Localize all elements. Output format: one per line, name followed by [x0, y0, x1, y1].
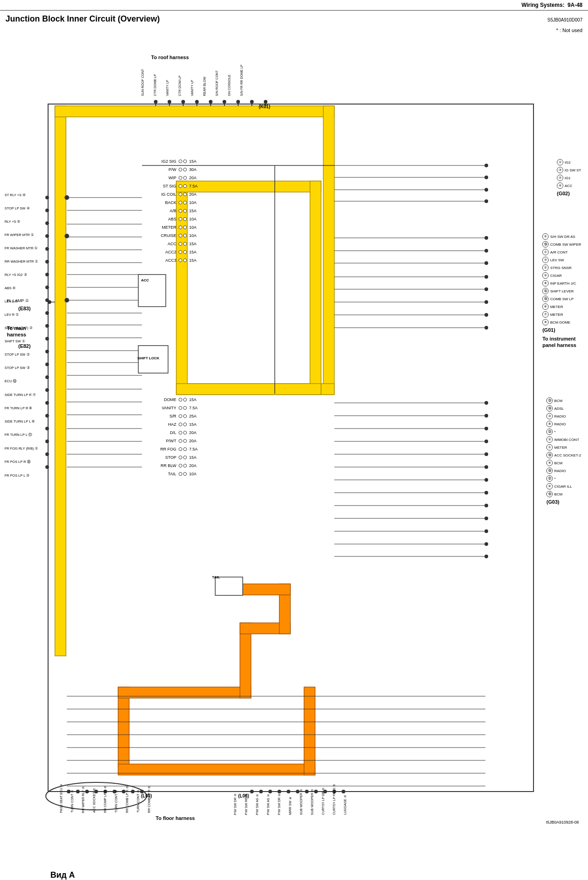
svg-point-149	[45, 273, 49, 276]
g03-item-5: ⑬ *	[546, 429, 581, 435]
svg-point-89	[195, 100, 199, 104]
g01-item-1: ④ S/H SW DR AS	[542, 233, 581, 240]
g03-item-6: ② IMMOBI CONT	[546, 436, 581, 443]
g03-item-3: ③ RADIO	[546, 413, 581, 419]
fuse-pwt: P/WT 20A	[147, 439, 198, 443]
b-pin-2: TURN CONT ③	[71, 789, 74, 813]
svg-point-129	[485, 326, 488, 330]
g03-item-7: ① METER	[546, 444, 581, 451]
g03-item-4: ⑧ RADIO	[546, 421, 581, 427]
g01-item-8: ⑮ SHIFT LEVER	[542, 288, 581, 294]
l06-pin-2: P/W SW RR ②	[245, 793, 248, 815]
top-pin-2: CTR DOME LP	[153, 65, 157, 96]
g02-item-4: ④ ACC	[557, 182, 581, 189]
g01-item-7: ⑧ INP EARTH J/C	[542, 280, 581, 286]
l06-pin-4: P/W SW AS ②	[267, 793, 270, 815]
svg-point-143	[45, 196, 49, 199]
svg-rect-3	[323, 106, 334, 395]
svg-point-142	[485, 555, 488, 558]
pin-rr-washer: RR WASHER MTR ①	[5, 259, 38, 264]
g03-item-10: ⑲ RADIO	[546, 468, 581, 474]
fuse-dome: DOME 15A	[147, 397, 198, 402]
pin-ecu: ECU ⑬	[5, 379, 38, 384]
svg-rect-15	[118, 764, 315, 775]
l06-pin-3: P/W SW AS ②	[256, 793, 259, 815]
svg-point-153	[45, 324, 49, 328]
svg-point-134	[485, 452, 488, 456]
fuse-sr: S/R 25A	[147, 414, 198, 418]
g01-item-4: ③ LEV SW	[542, 257, 581, 263]
pin-abs: ABS ④	[5, 286, 38, 290]
b-pin-8: TURN CONT ③	[136, 789, 140, 813]
pin-fr-turn-r: FR TURN LP R ⑧	[5, 406, 38, 410]
pin-lev-l: LEV L ①	[5, 299, 38, 303]
page-header: Wiring Systems: 9A-48	[0, 0, 588, 11]
svg-point-132	[485, 427, 488, 430]
svg-point-95	[48, 300, 51, 304]
svg-rect-12	[240, 623, 290, 634]
svg-point-93	[250, 100, 254, 104]
svg-rect-4	[179, 384, 334, 395]
pin-fr-washer: FR WASHER MTR ①	[5, 246, 38, 250]
doc-id: S5JB0A910D007	[547, 17, 583, 22]
pin-lev-r: LEV R ①	[5, 313, 38, 317]
g02-label: (G02)	[557, 191, 581, 196]
svg-point-140	[485, 529, 488, 533]
top-pin-5: VANITY LP	[191, 65, 194, 96]
svg-point-148	[45, 260, 49, 264]
g01-item-12: ⑨ BCM DOME	[542, 319, 581, 325]
l06-pin-11: LUGGAGE ③	[343, 794, 347, 815]
g01-item-9: ⑲ COMB SW LP	[542, 296, 581, 302]
fuse-rrblw: RR BLW 20A	[147, 463, 198, 468]
g02-item-1: ① IG2	[557, 159, 581, 165]
svg-point-131	[485, 414, 488, 418]
g03-item-2: ⑲ ADSL	[546, 405, 581, 412]
svg-point-150	[45, 286, 49, 289]
svg-rect-9	[118, 687, 129, 767]
top-pin-4: CTR DCIM LP	[178, 65, 181, 96]
fuse-acc: ACC 15A	[147, 242, 198, 246]
svg-rect-16	[304, 687, 315, 775]
l06-pin-5: P/W SW DR ②	[278, 793, 281, 815]
b-pin-6: TURN CONT ③	[114, 789, 118, 813]
svg-rect-7	[310, 181, 321, 395]
fuse-igcoil: IG COIL 20A	[147, 192, 198, 197]
svg-rect-2	[55, 106, 334, 117]
g03-label: (G03)	[546, 499, 581, 505]
fuse-ig2sig: IG2 SIG 15A	[147, 159, 198, 164]
fuse-stop: STOP 15A	[147, 455, 198, 460]
svg-rect-8	[176, 384, 321, 395]
g03-item-12: ④ CIGAR ILL	[546, 483, 581, 490]
svg-point-135	[485, 465, 488, 469]
svg-point-127	[485, 300, 488, 304]
b-pin-7: RR COMB LP R ③	[125, 785, 129, 813]
svg-point-158	[45, 388, 49, 392]
g01-group: ④ S/H SW DR AS ⑲ COMB SW WIPER ① A/R CON…	[542, 233, 581, 349]
svg-point-151	[45, 298, 49, 302]
g01-item-3: ① A/R CONT	[542, 249, 581, 255]
svg-point-147	[45, 247, 49, 251]
fuse-vanity: VANITY 7.5A	[147, 406, 198, 410]
header-title: Wiring Systems:	[522, 2, 565, 8]
svg-point-130	[485, 401, 488, 405]
g03-item-1: ⑬ BCM	[546, 397, 581, 404]
fuse-meter: METER 10A	[147, 225, 198, 230]
svg-point-133	[485, 440, 488, 443]
svg-point-88	[181, 100, 185, 104]
svg-point-152	[45, 311, 49, 315]
b-pin-3: RR WIPER RLY ③	[82, 786, 85, 813]
svg-rect-11	[240, 623, 251, 698]
svg-rect-1	[55, 106, 66, 656]
svg-rect-0	[48, 104, 534, 792]
svg-point-126	[485, 287, 488, 291]
g03-group: ⑬ BCM ⑲ ADSL ③ RADIO ⑧ RADIO ⑬ * ② IMMOB…	[546, 397, 581, 505]
l06-pins: P/W SW DR ③ P/W SW RR ② P/W SW AS ② P/W …	[234, 783, 347, 815]
pin-side-turn-r: SIDE TURN LP R ⑦	[5, 393, 38, 397]
roof-harness-label: To roof harness	[151, 55, 189, 60]
svg-point-162	[45, 440, 49, 443]
b-pin-5: RR COMP LP R ③	[103, 785, 107, 813]
svg-point-163	[45, 452, 49, 456]
top-pin-3: VANITY LP	[166, 65, 169, 96]
l06-pin-6: MIRR SW ⑥	[289, 796, 292, 815]
svg-rect-168	[215, 577, 243, 595]
